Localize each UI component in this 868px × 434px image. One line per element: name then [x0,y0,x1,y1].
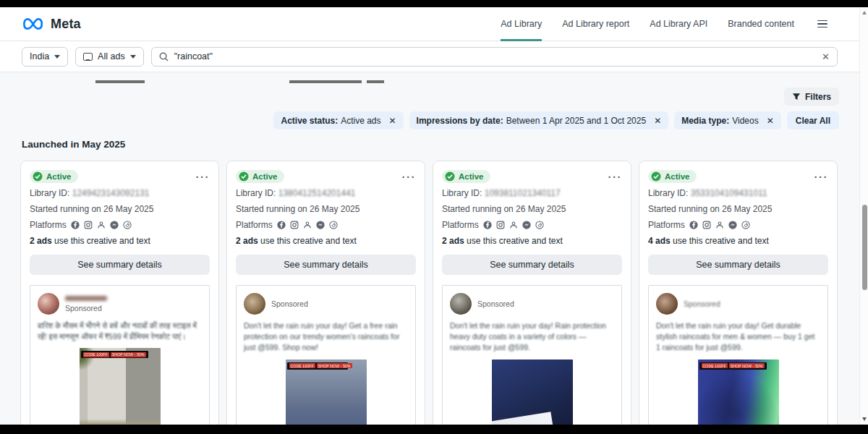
filter-chip-active-status[interactable]: Active status: Active ads ✕ [273,111,403,129]
clear-all-button[interactable]: Clear All [787,111,839,129]
nav-ad-library-report[interactable]: Ad Library report [562,7,629,41]
facebook-icon [483,221,492,229]
messenger-icon [728,221,737,229]
promo-banner: CODE 100FF SHOP NOW - 50% [287,362,348,370]
header: Meta Ad Library Ad Library report Ad Lib… [0,7,859,41]
video-thumbnail[interactable]: Só [492,359,573,434]
library-id-line: Library ID: 1380412514201441 [236,188,416,199]
messenger-icon [110,221,119,229]
instagram-icon [702,221,711,229]
page-avatar[interactable] [450,293,472,315]
chip-value: Videos [732,116,758,126]
library-id-line: Library ID: 3533104109431011 [648,188,828,199]
threads-icon [329,221,338,229]
remove-filter-icon[interactable]: ✕ [389,116,396,125]
nav-ad-library[interactable]: Ad Library [501,7,542,41]
ad-preview: Sponsored Don't let the rain ruin your d… [648,285,828,434]
ad-card: Active ··· Library ID: 1249423143092131 … [20,161,219,434]
funnel-icon [792,93,801,101]
library-id-value: 1380412514201441 [278,188,356,198]
ads-usage-line: 2 ads use this creative and text [30,236,210,246]
page-avatar[interactable] [656,293,678,315]
filter-chip-media-type[interactable]: Media type: Videos ✕ [674,111,781,129]
more-options-icon[interactable]: ··· [814,174,829,180]
page-avatar[interactable] [244,293,265,315]
search-icon [159,52,169,61]
ad-preview: Sponsored Don't let the rain ruin your d… [236,285,416,434]
chevron-down-icon [54,55,60,59]
search-input[interactable]: "raincoat" ✕ [151,47,838,67]
scrollbar-thumb[interactable] [862,205,867,290]
meta-infinity-icon [23,17,46,31]
scrolled-card-remnant [95,80,145,83]
ad-body-text: Don't let the rain ruin your day! Rain p… [450,320,614,354]
vertical-scrollbar[interactable] [859,7,868,425]
chip-label: Active status: [281,116,338,126]
video-thumbnail[interactable]: CODE 100FF SHOP NOW - 50% [80,348,161,434]
check-circle-icon [239,171,249,182]
nav-ad-library-api[interactable]: Ad Library API [650,7,707,41]
filter-chip-impressions-date[interactable]: Impressions by date: Between 1 Apr 2025 … [409,111,669,129]
more-options-icon[interactable]: ··· [196,174,210,180]
see-summary-details-button[interactable]: See summary details [236,255,416,275]
scrolled-card-remnant [367,80,384,83]
page-avatar[interactable] [38,293,59,315]
status-badge: Active [442,170,490,183]
more-options-icon[interactable]: ··· [402,174,417,180]
promo-banner: CODE 100FF SHOP NOW - 50% [699,362,767,370]
started-running-line: Started running on 26 May 2025 [236,204,416,215]
letterbox-bottom [0,425,868,434]
chip-value: Active ads [341,116,380,126]
platforms-line: Platforms [236,220,416,230]
platforms-line: Platforms [648,220,828,230]
ad-card: Active ··· Library ID: 1093811021340117 … [433,161,631,434]
menu-icon[interactable] [814,17,830,31]
brand-name: Meta [51,17,81,32]
status-badge: Active [648,170,697,183]
meta-logo[interactable]: Meta [23,17,81,32]
ad-body-text: Don't let the rain ruin your day! Get a … [244,320,408,354]
filters-button[interactable]: Filters [784,88,839,106]
remove-filter-icon[interactable]: ✕ [654,116,661,125]
started-running-line: Started running on 26 May 2025 [648,204,828,215]
see-summary-details-button[interactable]: See summary details [30,255,210,275]
applied-filters-row: Active status: Active ads ✕ Impressions … [273,111,839,129]
ads-usage-line: 4 ads use this creative and text [648,236,828,246]
sponsored-label: Sponsored [65,304,107,312]
scroll-down-arrow-icon[interactable] [862,417,867,421]
remove-filter-icon[interactable]: ✕ [767,116,774,125]
check-circle-icon [651,171,661,182]
audience-network-icon [97,221,106,229]
chevron-down-icon [130,55,136,59]
chip-label: Impressions by date: [417,116,503,126]
country-dropdown[interactable]: India [22,47,68,67]
facebook-icon [689,221,698,229]
facebook-icon [71,221,80,229]
started-running-line: Started running on 26 May 2025 [442,204,622,215]
threads-icon [535,221,544,229]
see-summary-details-button[interactable]: See summary details [442,255,622,275]
library-id-value: 3533104109431011 [691,188,767,198]
app-window: Meta Ad Library Ad Library report Ad Lib… [0,0,868,434]
promo-banner: CODE 100FF SHOP NOW - 50% [81,351,148,358]
filters-button-label: Filters [805,92,831,102]
ads-usage-line: 2 ads use this creative and text [442,236,622,246]
platforms-line: Platforms [30,220,210,230]
video-thumbnail[interactable]: CODE 100FF SHOP NOW - 50% [698,359,779,434]
library-id-value: 1249423143092131 [72,188,150,198]
ad-card: Active ··· Library ID: 3533104109431011 … [639,161,838,434]
messenger-icon [522,221,531,229]
clear-search-icon[interactable]: ✕ [822,52,830,61]
sponsored-label: Sponsored [684,299,720,308]
see-summary-details-button[interactable]: See summary details [648,255,828,275]
nav-branded-content[interactable]: Branded content [728,7,794,41]
audience-network-icon [303,221,312,229]
page-name-redacted[interactable] [65,296,107,301]
video-thumbnail[interactable]: CODE 100FF SHOP NOW - 50% [286,359,367,434]
more-options-icon[interactable]: ··· [608,174,623,180]
scroll-up-arrow-icon[interactable] [862,11,867,14]
ad-preview: Sponsored Don't let the rain ruin your d… [442,285,622,434]
ad-type-dropdown[interactable]: All ads [75,47,144,67]
search-toolbar: India All ads "raincoat" ✕ [0,41,859,72]
library-id-line: Library ID: 1093811021340117 [442,188,622,199]
